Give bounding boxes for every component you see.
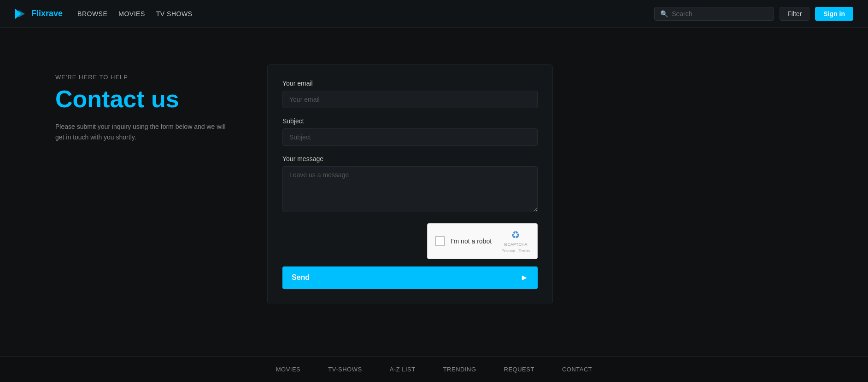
footer-link-request[interactable]: REQUEST [504, 366, 534, 373]
send-arrow-icon: ► [520, 273, 528, 283]
email-group: Your email [282, 80, 538, 108]
logo-text: Flixrave [31, 9, 63, 18]
signin-button[interactable]: Sign in [815, 7, 853, 21]
recaptcha-box[interactable]: I'm not a robot ♻ reCAPTCHA Privacy - Te… [427, 223, 538, 259]
filter-button[interactable]: Filter [780, 7, 809, 21]
contact-subtitle: WE'RE HERE TO HELP [55, 74, 230, 81]
recaptcha-brand-text: reCAPTCHA [504, 242, 528, 248]
main-content: WE'RE HERE TO HELP Contact us Please sub… [0, 28, 868, 356]
recaptcha-checkbox[interactable] [435, 236, 445, 246]
nav-browse[interactable]: BROWSE [77, 10, 107, 17]
footer-link-tvshows[interactable]: TV-SHOWS [328, 366, 362, 373]
message-textarea[interactable] [282, 166, 538, 212]
search-input[interactable] [672, 10, 768, 17]
header-right: 🔍 Filter Sign in [654, 7, 853, 21]
main-nav: BROWSE MOVIES TV SHOWS [77, 10, 192, 17]
contact-title: Contact us [55, 86, 230, 112]
message-group: Your message [282, 155, 538, 214]
search-icon: 🔍 [660, 10, 668, 17]
send-label: Send [292, 273, 310, 282]
email-label: Your email [282, 80, 538, 87]
footer-link-trending[interactable]: TRENDING [443, 366, 476, 373]
send-button[interactable]: Send ► [282, 266, 538, 289]
recaptcha-right: ♻ reCAPTCHA Privacy - Terms [501, 229, 530, 253]
subject-group: Subject [282, 117, 538, 146]
subject-input[interactable] [282, 128, 538, 146]
logo-icon [15, 8, 28, 19]
recaptcha-left: I'm not a robot [435, 236, 492, 246]
logo[interactable]: Flixrave [15, 8, 63, 19]
email-input[interactable] [282, 91, 538, 108]
recaptcha-links: Privacy - Terms [501, 249, 530, 253]
footer-nav: MOVIES TV-SHOWS A-Z LIST TRENDING REQUES… [276, 366, 592, 373]
recaptcha-logo-icon: ♻ [511, 229, 520, 241]
subject-label: Subject [282, 117, 538, 125]
recaptcha-container: I'm not a robot ♻ reCAPTCHA Privacy - Te… [282, 223, 538, 259]
contact-description: Please submit your inquiry using the for… [55, 122, 230, 142]
contact-info: WE'RE HERE TO HELP Contact us Please sub… [55, 64, 230, 142]
search-container: 🔍 [654, 7, 774, 21]
contact-form: Your email Subject Your message I'm not … [267, 64, 553, 304]
footer-link-contact[interactable]: CONTACT [562, 366, 592, 373]
footer-link-azlist[interactable]: A-Z LIST [390, 366, 416, 373]
svg-marker-1 [18, 10, 25, 17]
header-left: Flixrave BROWSE MOVIES TV SHOWS [15, 8, 192, 19]
footer-link-movies[interactable]: MOVIES [276, 366, 301, 373]
message-label: Your message [282, 155, 538, 162]
header: Flixrave BROWSE MOVIES TV SHOWS 🔍 Filter… [0, 0, 868, 28]
nav-tvshows[interactable]: TV SHOWS [156, 10, 193, 17]
footer: MOVIES TV-SHOWS A-Z LIST TRENDING REQUES… [0, 356, 868, 382]
nav-movies[interactable]: MOVIES [118, 10, 145, 17]
recaptcha-label: I'm not a robot [451, 237, 492, 245]
